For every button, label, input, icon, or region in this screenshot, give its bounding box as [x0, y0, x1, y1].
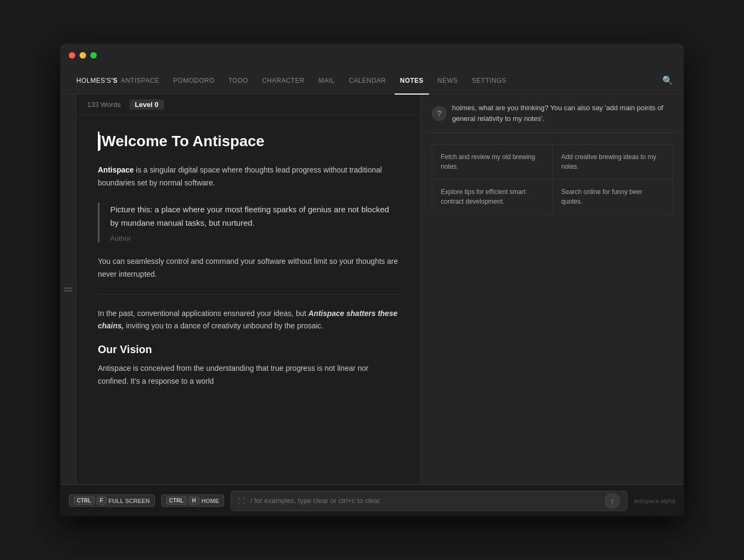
bottom-bar: CTRL F FULL SCREEN CTRL H HOME ⛶ ↑ antis…: [60, 484, 684, 516]
editor-toolbar: 133 Words Level 0: [76, 94, 420, 116]
fullscreen-shortcut[interactable]: CTRL F FULL SCREEN: [69, 494, 155, 507]
nav-item-todo[interactable]: TODO: [223, 74, 253, 88]
ai-icon: ?: [432, 106, 447, 121]
nav-item-mail[interactable]: MAIL: [313, 74, 340, 88]
ctrl-key-1: CTRL: [74, 497, 95, 505]
editor-para3: Antispace is conceived from the understa…: [98, 362, 399, 388]
editor-divider: [98, 294, 399, 295]
editor-intro: Antispace is a singular digital space wh…: [98, 164, 399, 190]
nav-items: HOLMES'S'S ANTISPACE POMODORO TODO CHARA…: [71, 74, 662, 88]
alpha-badge: antispace alpha: [634, 498, 675, 504]
nav-item-settings[interactable]: SETTINGS: [467, 74, 512, 88]
blockquote-text: Picture this: a place where your most fl…: [110, 203, 399, 230]
search-icon[interactable]: 🔍: [662, 75, 673, 85]
expand-icon[interactable]: ⛶: [238, 497, 245, 505]
sidebar-handle[interactable]: [64, 288, 73, 291]
app-window: HOLMES'S'S ANTISPACE POMODORO TODO CHARA…: [60, 44, 684, 516]
word-count: 133 Words: [87, 100, 121, 109]
ai-panel: ? holmes, what are you thinking? You can…: [420, 94, 684, 484]
suggestion-2[interactable]: Explore tips for efficient smart contrac…: [432, 180, 552, 214]
editor-title: Welcome To Antispace: [98, 132, 399, 151]
command-input-wrapper[interactable]: ⛶ ↑: [231, 491, 627, 511]
send-button[interactable]: ↑: [604, 493, 620, 509]
close-button[interactable]: [69, 52, 75, 59]
nav-item-pomodoro[interactable]: POMODORO: [168, 74, 220, 88]
suggestions-grid: Fetch and review my old brewing notes. A…: [432, 144, 673, 214]
suggestion-0[interactable]: Fetch and review my old brewing notes.: [432, 145, 552, 179]
suggestion-1[interactable]: Add creative brewing ideas to my notes.: [553, 145, 673, 179]
minimize-button[interactable]: [80, 52, 86, 59]
editor-para2: In the past, conventional applications e…: [98, 307, 399, 333]
editor-area: 133 Words Level 0 Welcome To Antispace A…: [76, 94, 420, 484]
maximize-button[interactable]: [90, 52, 97, 59]
nav-item-brand[interactable]: HOLMES'S'S ANTISPACE: [71, 74, 164, 88]
titlebar: [60, 44, 684, 67]
blockquote-author: Author: [110, 234, 399, 242]
ai-message: holmes, what are you thinking? You can a…: [452, 103, 673, 124]
command-input[interactable]: [251, 497, 599, 505]
nav-item-character[interactable]: CHARACTER: [256, 74, 310, 88]
nav-item-calendar[interactable]: CALENDAR: [344, 74, 391, 88]
navigation: HOLMES'S'S ANTISPACE POMODORO TODO CHARA…: [60, 67, 684, 94]
editor-content[interactable]: Welcome To Antispace Antispace is a sing…: [76, 116, 420, 484]
ctrl-key-2: CTRL: [166, 497, 187, 505]
home-shortcut[interactable]: CTRL H HOME: [161, 494, 224, 507]
main-content: 133 Words Level 0 Welcome To Antispace A…: [60, 94, 684, 484]
ai-panel-header: ? holmes, what are you thinking? You can…: [421, 94, 684, 133]
ai-divider: [432, 133, 673, 133]
home-label: HOME: [202, 498, 219, 504]
h-key: H: [189, 497, 199, 505]
sidebar-left: [60, 94, 76, 484]
fullscreen-label: FULL SCREEN: [109, 498, 150, 504]
cursor: [99, 135, 101, 150]
suggestion-3[interactable]: Search online for funny beer quotes.: [553, 180, 673, 214]
level-badge: Level 0: [130, 99, 164, 110]
editor-para1: You can seamlessly control and command y…: [98, 255, 399, 281]
nav-item-news[interactable]: NEWS: [432, 74, 463, 88]
f-key: F: [97, 497, 106, 505]
nav-item-notes[interactable]: NOTES: [395, 74, 429, 88]
section-heading: Our Vision: [98, 343, 399, 356]
blockquote: Picture this: a place where your most fl…: [98, 203, 399, 242]
